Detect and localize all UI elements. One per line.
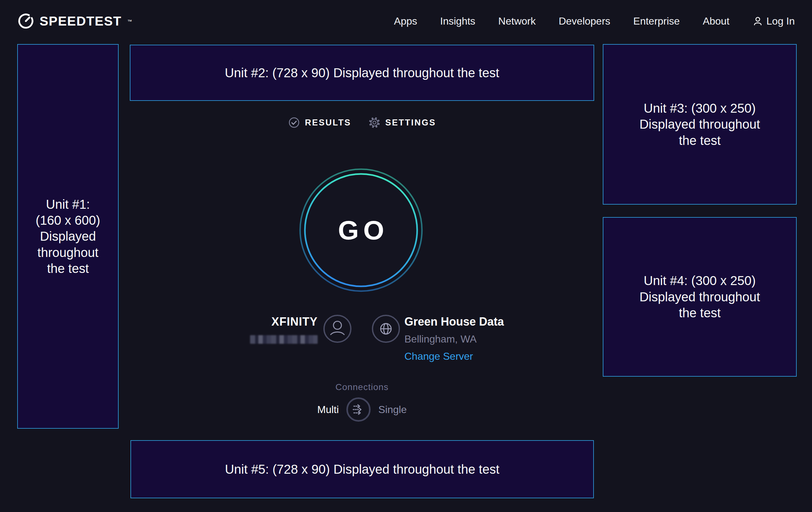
login-button[interactable]: Log In: [752, 15, 795, 27]
header: SPEEDTEST™ Apps Insights Network Develop…: [17, 0, 795, 38]
tab-settings-label: SETTINGS: [385, 118, 436, 128]
multi-connection-arrows-icon: [351, 402, 366, 417]
ad-unit-4[interactable]: Unit #4: (300 x 250) Displayed throughou…: [603, 217, 797, 377]
ad-unit-1[interactable]: Unit #1: (160 x 600) Displayed throughou…: [17, 44, 119, 429]
speedtest-page: SPEEDTEST™ Apps Insights Network Develop…: [0, 0, 812, 512]
connections-multi-label[interactable]: Multi: [317, 404, 339, 415]
nav-item-network[interactable]: Network: [498, 15, 535, 27]
connections-single-label[interactable]: Single: [378, 404, 407, 415]
ad-unit-3-text: Unit #3: (300 x 250) Displayed throughou…: [639, 100, 760, 149]
ad-unit-4-text: Unit #4: (300 x 250) Displayed throughou…: [639, 273, 760, 321]
connections-row: Multi Single: [130, 397, 594, 422]
isp-details-redacted: [250, 335, 318, 344]
ad-unit-5-text: Unit #5: (728 x 90) Displayed throughout…: [225, 461, 499, 477]
server-location: Bellingham, WA: [404, 333, 504, 345]
server-globe-icon[interactable]: [372, 315, 400, 343]
server-name: Green House Data: [404, 315, 504, 328]
main-nav: Apps Insights Network Developers Enterpr…: [394, 15, 795, 27]
isp-person-icon[interactable]: [323, 315, 352, 343]
ad-unit-5[interactable]: Unit #5: (728 x 90) Displayed throughout…: [130, 440, 594, 498]
connections-toggle[interactable]: [346, 397, 371, 422]
go-button-label: GO: [297, 166, 425, 294]
ad-unit-2-text: Unit #2: (728 x 90) Displayed throughout…: [225, 65, 499, 81]
gear-icon: [368, 116, 380, 129]
nav-item-apps[interactable]: Apps: [394, 15, 417, 27]
server-info: Green House Data Bellingham, WA Change S…: [404, 315, 504, 362]
nav-item-enterprise[interactable]: Enterprise: [633, 15, 680, 27]
tab-settings[interactable]: SETTINGS: [368, 116, 436, 129]
ad-unit-1-text: Unit #1: (160 x 600) Displayed throughou…: [36, 196, 100, 277]
nav-item-about[interactable]: About: [703, 15, 729, 27]
speedometer-icon: [17, 12, 34, 30]
change-server-link[interactable]: Change Server: [404, 350, 504, 362]
ad-unit-3[interactable]: Unit #3: (300 x 250) Displayed throughou…: [603, 44, 797, 205]
nav-item-developers[interactable]: Developers: [559, 15, 610, 27]
ad-unit-2[interactable]: Unit #2: (728 x 90) Displayed throughout…: [130, 45, 594, 101]
connections-label: Connections: [130, 382, 594, 392]
tab-results-label: RESULTS: [305, 118, 351, 128]
tab-results[interactable]: RESULTS: [288, 116, 351, 129]
speedtest-logo[interactable]: SPEEDTEST™: [17, 12, 132, 30]
login-label: Log In: [766, 15, 795, 27]
brand-name: SPEEDTEST: [39, 14, 121, 29]
go-button[interactable]: GO: [297, 166, 425, 294]
nav-item-insights[interactable]: Insights: [440, 15, 475, 27]
view-tabs: RESULTS SETTINGS: [130, 116, 594, 129]
user-icon: [752, 16, 763, 26]
check-circle-icon: [288, 116, 300, 129]
brand-trademark: ™: [127, 19, 132, 24]
isp-name[interactable]: XFINITY: [223, 315, 318, 328]
